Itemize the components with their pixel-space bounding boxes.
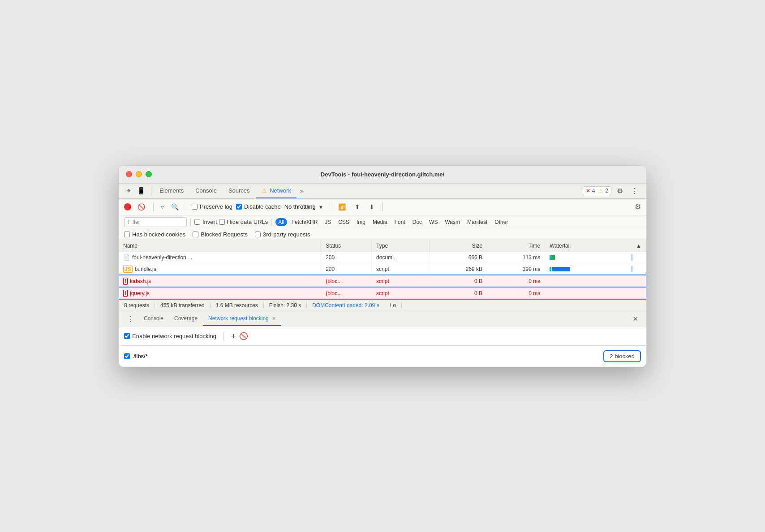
filter-all[interactable]: All: [275, 218, 287, 226]
wf-teal-bar: [550, 267, 551, 271]
record-button[interactable]: [124, 203, 131, 210]
maximize-button[interactable]: [146, 171, 152, 177]
table-row[interactable]: ! jquery.js (bloc... script 0 B 0 ms: [119, 287, 646, 299]
filter-icon[interactable]: ▿: [159, 202, 166, 211]
tab-bar: ⌖ 📱 Elements Console Sources ⚠ Network »…: [119, 184, 646, 199]
filter-wasm[interactable]: Wasm: [442, 218, 463, 226]
block-all-icon[interactable]: 🚫: [239, 332, 248, 340]
row-type: script: [372, 275, 430, 287]
row-status: (bloc...: [321, 275, 372, 287]
minimize-button[interactable]: [136, 171, 142, 177]
search-icon[interactable]: 🔍: [169, 202, 181, 211]
settings-button[interactable]: ⚙: [614, 185, 626, 197]
table-row[interactable]: JS bundle.js 200 script 269 kB 399 ms: [119, 263, 646, 275]
wifi-icon[interactable]: 📶: [335, 202, 348, 212]
checkbox-row: Has blocked cookies Blocked Requests 3rd…: [119, 229, 646, 240]
third-party-label[interactable]: 3rd-party requests: [255, 231, 310, 238]
preserve-log-label[interactable]: Preserve log: [192, 203, 232, 210]
filter-input[interactable]: [124, 217, 187, 227]
col-name[interactable]: Name: [119, 240, 321, 252]
table-row[interactable]: 📄 foul-heavenly-direction.... 200 docum.…: [119, 252, 646, 263]
tab-network[interactable]: ⚠ Network: [256, 184, 297, 198]
tab-more[interactable]: »: [297, 184, 306, 198]
blocking-pattern: /libs/*: [133, 353, 148, 360]
row-time: 0 ms: [487, 275, 545, 287]
filter-font[interactable]: Font: [392, 218, 408, 226]
col-status[interactable]: Status: [321, 240, 372, 252]
bottom-tab-console[interactable]: Console: [138, 312, 169, 326]
bottom-menu-button[interactable]: ⋮: [124, 311, 137, 327]
download-icon[interactable]: ⬇: [366, 202, 377, 212]
blocked-requests-label[interactable]: Blocked Requests: [193, 231, 248, 238]
col-size[interactable]: Size: [430, 240, 487, 252]
more-options-button[interactable]: ⋮: [628, 185, 641, 197]
filter-css[interactable]: CSS: [335, 218, 352, 226]
row-type: script: [372, 263, 430, 275]
hide-data-urls-label[interactable]: Hide data URLs: [219, 219, 268, 225]
titlebar: DevTools - foul-heavenly-direction.glitc…: [119, 166, 646, 184]
tab-sources[interactable]: Sources: [223, 184, 255, 198]
blocked-requests-checkbox[interactable]: [193, 232, 198, 237]
disable-cache-checkbox[interactable]: [236, 204, 242, 210]
filter-js[interactable]: JS: [322, 218, 334, 226]
col-time[interactable]: Time: [487, 240, 545, 252]
row-name: ! jquery.js: [119, 287, 321, 299]
bottom-tab-blocking[interactable]: Network request blocking ✕: [203, 312, 281, 326]
invert-checkbox[interactable]: [194, 219, 200, 225]
tab-close-icon[interactable]: ✕: [272, 316, 276, 321]
filter-other[interactable]: Other: [492, 218, 511, 226]
doc-icon: 📄: [123, 254, 130, 261]
filter-fetch-xhr[interactable]: Fetch/XHR: [289, 218, 321, 226]
filter-type-bar: Invert Hide data URLs All Fetch/XHR JS C…: [119, 215, 646, 229]
invert-checkbox-label[interactable]: Invert: [194, 219, 217, 225]
error-icon: ✕: [586, 188, 590, 194]
domcontentloaded: DOMContentLoaded: 2.09 s: [307, 302, 384, 309]
status-bar: 8 requests 455 kB transferred 1.6 MB res…: [119, 300, 646, 311]
row-time: 399 ms: [487, 263, 545, 275]
blocked-count-badge: 2 blocked: [603, 350, 641, 362]
row-waterfall: [545, 263, 646, 275]
tab-console[interactable]: Console: [190, 184, 222, 198]
row-size: 0 B: [430, 275, 487, 287]
filter-bar: 🚫 ▿ 🔍 Preserve log Disable cache No thro…: [119, 199, 646, 215]
row-status: (bloc...: [321, 287, 372, 299]
bottom-tab-coverage[interactable]: Coverage: [169, 312, 203, 326]
enable-blocking-label[interactable]: Enable network request blocking: [124, 333, 216, 339]
close-button[interactable]: [126, 171, 132, 177]
col-type[interactable]: Type: [372, 240, 430, 252]
window-controls: [126, 171, 152, 177]
add-pattern-button[interactable]: +: [231, 332, 236, 340]
filter-media[interactable]: Media: [370, 218, 390, 226]
inspect-tool[interactable]: ⌖: [124, 185, 133, 197]
col-waterfall[interactable]: Waterfall ▲: [545, 240, 646, 252]
bottom-panel-tabs: ⋮ Console Coverage Network request block…: [119, 311, 646, 327]
stop-recording-button[interactable]: 🚫: [135, 202, 148, 212]
filter-doc[interactable]: Doc: [410, 218, 425, 226]
third-party-checkbox[interactable]: [255, 232, 261, 237]
row-name: 📄 foul-heavenly-direction....: [119, 252, 321, 263]
filter-img[interactable]: Img: [354, 218, 368, 226]
device-toolbar[interactable]: 📱: [134, 185, 148, 197]
hide-data-urls-checkbox[interactable]: [219, 219, 225, 225]
network-table-container: Name Status Type Size Time Waterfall ▲: [119, 240, 646, 300]
throttle-dropdown[interactable]: ▾: [318, 202, 324, 211]
filter-manifest[interactable]: Manifest: [464, 218, 490, 226]
has-blocked-cookies-checkbox[interactable]: [124, 232, 130, 237]
row-name: ! lodash.js: [119, 275, 321, 287]
blocking-enable-row: Enable network request blocking + 🚫: [119, 327, 646, 346]
network-settings-button[interactable]: ⚙: [635, 202, 641, 211]
disable-cache-label[interactable]: Disable cache: [236, 203, 281, 210]
filter-ws[interactable]: WS: [426, 218, 440, 226]
pattern-checkbox[interactable]: [124, 353, 130, 359]
window-title: DevTools - foul-heavenly-direction.glitc…: [321, 171, 444, 178]
preserve-log-checkbox[interactable]: [192, 204, 198, 210]
enable-blocking-checkbox[interactable]: [124, 333, 130, 339]
wf-vertical-line: [632, 266, 632, 272]
upload-icon[interactable]: ⬆: [352, 202, 363, 212]
waterfall-sort-icon: ▲: [636, 243, 641, 249]
has-blocked-cookies-label[interactable]: Has blocked cookies: [124, 231, 185, 238]
table-row[interactable]: ! lodash.js (bloc... script 0 B 0 ms: [119, 275, 646, 287]
bottom-panel-close[interactable]: ✕: [630, 312, 641, 326]
load-time: Lo: [385, 302, 402, 309]
tab-elements[interactable]: Elements: [154, 184, 189, 198]
